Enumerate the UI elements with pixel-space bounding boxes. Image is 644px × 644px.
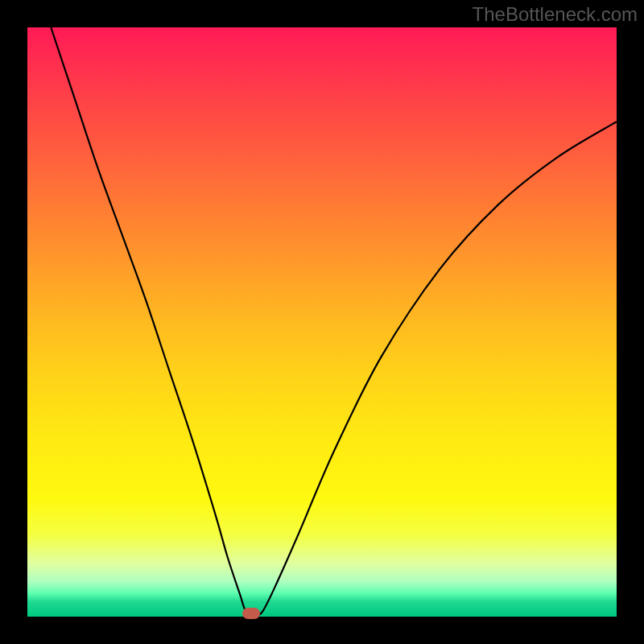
watermark-text: TheBottleneck.com <box>473 3 638 26</box>
curve-svg <box>27 27 617 617</box>
bottleneck-curve <box>51 27 617 616</box>
optimal-point-marker <box>242 608 260 619</box>
chart-plot-area <box>27 27 617 617</box>
